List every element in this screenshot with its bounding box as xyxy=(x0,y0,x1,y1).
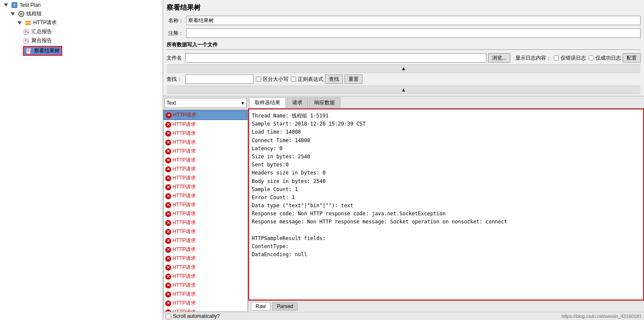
case-sensitive-checkbox[interactable] xyxy=(256,77,261,82)
sidebar-item-aggregate-report[interactable]: 聚合报告 xyxy=(1,36,162,45)
filename-input[interactable] xyxy=(185,53,486,63)
list-panel: Text JSON XML ▼ ✕ HTTP请求 xyxy=(163,97,248,312)
list-item-label: HTTP请求 xyxy=(172,148,196,155)
list-item[interactable]: ✕ HTTP请求 xyxy=(164,174,247,183)
config-button[interactable]: 配置 xyxy=(623,53,641,63)
sidebar-item-label: HTTP请求 xyxy=(33,19,57,26)
collapse-row-2[interactable]: ▲ xyxy=(167,86,641,94)
regex-label[interactable]: 正则表达式 xyxy=(290,76,323,83)
list-item-label: HTTP请求 xyxy=(172,130,196,137)
name-input[interactable] xyxy=(186,16,641,25)
list-item[interactable]: ✕ HTTP请求 xyxy=(164,129,247,138)
search-label: 查找： xyxy=(167,76,182,83)
name-label: 名称： xyxy=(167,17,184,24)
list-item[interactable]: ✕ HTTP请求 xyxy=(164,165,247,174)
sidebar-tree: T Test Plan 线程组 xyxy=(0,0,163,57)
list-item[interactable]: ✕ HTTP请求 xyxy=(164,147,247,156)
list-item[interactable]: ✕ HTTP请求 xyxy=(164,254,247,263)
type-dropdown[interactable]: Text JSON XML xyxy=(164,98,247,108)
list-item[interactable]: ✕ HTTP请求 xyxy=(164,138,247,147)
testplan-icon: T xyxy=(11,2,18,9)
svg-text:HTTP: HTTP xyxy=(25,22,31,25)
size-bytes-line: Size in bytes: 2540 xyxy=(252,153,641,161)
request-list: ✕ HTTP请求 ✕ HTTP请求 ✕ HTTP请求 ✕ xyxy=(163,110,248,312)
list-item[interactable]: ✕ HTTP请求 xyxy=(164,245,247,254)
find-button[interactable]: 查找 xyxy=(325,74,343,84)
tab-sampler-result[interactable]: 取样器结果 xyxy=(249,97,286,108)
response-message-line: Response message: Non HTTP response mess… xyxy=(252,218,641,226)
type-dropdown-wrapper[interactable]: Text JSON XML ▼ xyxy=(164,98,247,108)
expand-icon xyxy=(16,20,23,26)
sidebar-item-thread-group[interactable]: 线程组 xyxy=(1,9,162,18)
comment-input[interactable] xyxy=(186,29,641,38)
tabs-row: 取样器结果 请求 响应数据 xyxy=(248,97,644,109)
case-sensitive-label[interactable]: 区分大小写 xyxy=(255,76,288,83)
body-size-line: Body size in bytes: 2540 xyxy=(252,177,641,186)
sample-start-line: Sample Start: 2018-12-26 15:29:39 CST xyxy=(252,120,641,128)
name-row: 名称： xyxy=(167,14,641,27)
search-input[interactable] xyxy=(185,74,253,84)
section-title: 所有数据写入一个文件 xyxy=(167,40,641,50)
list-item-label: HTTP请求 xyxy=(172,157,196,164)
svg-text:T: T xyxy=(13,3,16,8)
list-item[interactable]: ✕ HTTP请求 xyxy=(164,200,247,209)
list-item[interactable]: ✕ HTTP请求 xyxy=(164,110,247,120)
error-icon: ✕ xyxy=(165,131,171,137)
collapse-up-icon-2: ▲ xyxy=(401,87,406,93)
error-icon: ✕ xyxy=(165,140,171,146)
svg-point-3 xyxy=(20,13,23,15)
scroll-auto-checkbox[interactable] xyxy=(166,314,171,319)
bottom-tab-raw[interactable]: Raw xyxy=(251,302,270,311)
data-type-line: Data type ("text"|"bin"|""): text xyxy=(252,202,641,210)
sidebar-item-label: 线程组 xyxy=(26,10,42,17)
scroll-auto-label[interactable]: Scroll automatically? xyxy=(166,313,220,319)
list-item-label: HTTP请求 xyxy=(172,139,196,146)
collapse-row-1[interactable]: ▲ xyxy=(167,64,641,73)
list-item-label: HTTP请求 xyxy=(172,192,196,200)
list-item[interactable]: ✕ HTTP请求 xyxy=(164,183,247,191)
list-item[interactable]: ✕ HTTP请求 xyxy=(164,227,247,236)
main-content: 察看结果树 名称： 注释： 所有数据写入一个文件 文件名 浏览... 显示日志内… xyxy=(163,0,644,320)
success-log-checkbox-label[interactable]: 仅成功日志 xyxy=(588,54,621,62)
response-code-line: Response code: Non HTTP response code: j… xyxy=(252,210,641,218)
list-item[interactable]: ✕ HTTP请求 xyxy=(164,191,247,200)
sidebar-item-summary-report[interactable]: 汇总报告 xyxy=(1,27,162,36)
case-sensitive-text: 区分大小写 xyxy=(263,76,288,83)
list-item[interactable]: ✕ HTTP请求 xyxy=(164,218,247,227)
error-icon: ✕ xyxy=(166,112,172,118)
list-item[interactable]: ✕ HTTP请求 xyxy=(164,156,247,165)
scroll-auto-text: Scroll automatically? xyxy=(173,313,220,319)
browse-button[interactable]: 浏览... xyxy=(488,53,510,63)
list-item[interactable]: ✕ HTTP请求 xyxy=(164,290,247,299)
tab-request[interactable]: 请求 xyxy=(287,97,308,108)
tab-response-data[interactable]: 响应数据 xyxy=(309,97,340,108)
list-item[interactable]: ✕ HTTP请求 xyxy=(164,299,247,308)
error-log-checkbox[interactable] xyxy=(554,55,559,60)
headers-size-line: Headers size in bytes: 0 xyxy=(252,169,641,177)
list-item[interactable]: ✕ HTTP请求 xyxy=(164,272,247,281)
empty-line xyxy=(252,226,641,234)
success-log-checkbox[interactable] xyxy=(589,55,594,60)
list-item[interactable]: ✕ HTTP请求 xyxy=(164,236,247,245)
list-item[interactable]: ✕ HTTP请求 xyxy=(164,263,247,272)
page-title: 察看结果树 xyxy=(167,2,641,14)
error-log-checkbox-label[interactable]: 仅错误日志 xyxy=(553,54,586,62)
sidebar-item-http-request[interactable]: HTTP HTTP请求 xyxy=(1,18,162,27)
regex-checkbox[interactable] xyxy=(291,77,296,82)
list-item[interactable]: ✕ HTTP请求 xyxy=(164,308,247,312)
report-icon xyxy=(23,37,30,44)
error-icon: ✕ xyxy=(165,202,171,208)
bottom-tab-parsed[interactable]: Parsed xyxy=(272,302,298,311)
error-icon: ✕ xyxy=(165,247,171,253)
file-row: 文件名 浏览... 显示日志内容： 仅错误日志 仅成功日志 配置 xyxy=(167,51,641,64)
list-item[interactable]: ✕ HTTP请求 xyxy=(164,209,247,218)
list-item[interactable]: ✕ HTTP请求 xyxy=(164,281,247,290)
sidebar-item-result-tree[interactable]: 察看结果树 xyxy=(23,46,62,56)
list-item-label: HTTP请求 xyxy=(172,246,196,253)
error-log-label: 仅错误日志 xyxy=(561,54,586,62)
sidebar-item-test-plan[interactable]: T Test Plan xyxy=(1,1,162,9)
reset-button[interactable]: 重置 xyxy=(345,74,362,84)
list-item[interactable]: ✕ HTTP请求 xyxy=(164,120,247,129)
watermark: https://blog.csdn.net/weixin_43160181 xyxy=(562,314,641,319)
bottom-tabs: Raw Parsed xyxy=(251,302,298,311)
